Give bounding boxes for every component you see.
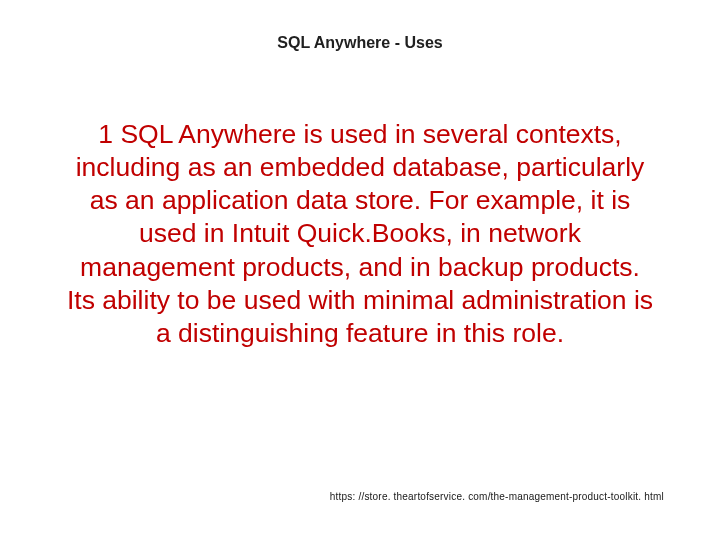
slide-title: SQL Anywhere - Uses [0, 34, 720, 52]
slide-body: 1 SQL Anywhere is used in several contex… [0, 118, 720, 350]
body-text: SQL Anywhere is used in several contexts… [67, 119, 653, 348]
footer-url: https: //store. theartofservice. com/the… [330, 491, 664, 502]
list-counter: 1 [98, 119, 113, 149]
slide: SQL Anywhere - Uses 1 SQL Anywhere is us… [0, 0, 720, 540]
